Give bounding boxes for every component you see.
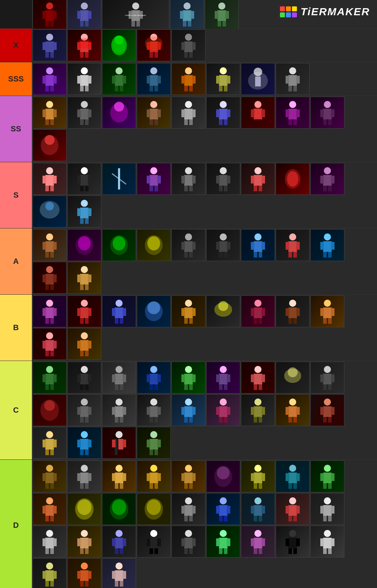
svg-rect-128 [192, 109, 196, 117]
tier-content-s [32, 162, 377, 228]
svg-point-99 [289, 67, 296, 74]
svg-rect-456 [85, 483, 89, 489]
tier-row-c: C [0, 361, 377, 459]
svg-rect-129 [184, 119, 188, 125]
svg-rect-577 [254, 548, 257, 554]
svg-rect-595 [45, 581, 49, 587]
svg-rect-370 [323, 384, 327, 390]
svg-rect-397 [189, 417, 193, 423]
svg-point-176 [185, 167, 192, 174]
svg-rect-485 [286, 473, 289, 481]
svg-rect-205 [80, 208, 89, 218]
tier-label-a: A [0, 228, 32, 294]
svg-rect-30 [223, 21, 226, 27]
svg-point-162 [81, 167, 88, 174]
svg-point-439 [150, 431, 157, 438]
svg-rect-378 [80, 417, 84, 423]
logo-cell [280, 6, 285, 11]
list-item [67, 229, 101, 261]
svg-point-222 [185, 233, 192, 241]
svg-rect-149 [323, 109, 332, 119]
svg-rect-109 [45, 119, 49, 125]
svg-rect-116 [85, 119, 89, 125]
list-item [67, 526, 101, 558]
list-item [241, 526, 275, 558]
list-item [33, 493, 67, 525]
svg-rect-388 [147, 407, 150, 415]
svg-rect-321 [85, 351, 89, 356]
svg-rect-52 [154, 52, 158, 58]
svg-rect-179 [192, 176, 196, 183]
svg-rect-104 [293, 86, 297, 91]
svg-rect-576 [261, 538, 265, 546]
svg-rect-152 [323, 119, 327, 125]
svg-rect-566 [189, 548, 193, 554]
svg-rect-29 [218, 21, 221, 27]
svg-point-276 [116, 300, 123, 307]
list-item [206, 163, 240, 195]
svg-rect-231 [227, 242, 230, 250]
svg-rect-65 [50, 86, 54, 91]
svg-rect-560 [154, 548, 158, 554]
svg-point-291 [218, 301, 228, 311]
svg-rect-427 [50, 450, 54, 455]
svg-point-203 [45, 202, 54, 210]
svg-rect-301 [296, 308, 300, 316]
svg-point-78 [150, 67, 157, 74]
svg-rect-369 [331, 374, 334, 382]
svg-rect-478 [254, 473, 262, 483]
svg-rect-253 [45, 274, 54, 284]
svg-rect-337 [123, 374, 126, 382]
svg-point-366 [324, 366, 331, 373]
svg-rect-166 [80, 186, 84, 191]
svg-rect-583 [288, 548, 292, 554]
svg-point-537 [46, 530, 53, 537]
svg-rect-59 [189, 52, 193, 58]
svg-rect-446 [45, 473, 54, 483]
svg-rect-88 [184, 86, 188, 91]
svg-rect-564 [192, 538, 196, 546]
svg-rect-491 [320, 473, 324, 481]
svg-rect-24 [188, 21, 191, 27]
svg-point-463 [150, 465, 157, 472]
svg-rect-409 [259, 417, 262, 423]
svg-rect-496 [45, 505, 54, 516]
svg-point-543 [81, 530, 88, 537]
tier-label-ss: SS [0, 96, 32, 162]
svg-rect-391 [154, 417, 158, 423]
svg-rect-273 [88, 308, 91, 316]
svg-point-346 [185, 366, 192, 373]
svg-point-340 [150, 366, 157, 373]
svg-rect-327 [50, 384, 54, 390]
svg-rect-94 [219, 86, 223, 91]
svg-rect-167 [85, 186, 89, 191]
list-item [276, 295, 310, 327]
svg-rect-164 [77, 176, 81, 183]
svg-rect-492 [331, 473, 334, 481]
list-item [170, 0, 204, 30]
svg-rect-324 [43, 374, 46, 382]
svg-point-283 [147, 301, 160, 314]
svg-point-60 [46, 67, 53, 74]
svg-rect-538 [45, 538, 54, 548]
svg-rect-158 [43, 176, 46, 183]
svg-rect-452 [80, 473, 89, 483]
svg-rect-582 [296, 538, 300, 546]
svg-rect-239 [259, 252, 262, 258]
svg-rect-208 [80, 218, 84, 224]
svg-point-210 [46, 233, 53, 241]
svg-rect-237 [261, 242, 265, 250]
svg-rect-465 [147, 473, 150, 481]
svg-rect-262 [80, 284, 84, 290]
svg-rect-267 [53, 308, 57, 316]
svg-rect-458 [115, 473, 123, 483]
svg-point-380 [116, 398, 123, 406]
svg-point-489 [324, 465, 331, 472]
svg-rect-405 [254, 406, 262, 417]
svg-rect-419 [331, 407, 334, 415]
svg-rect-269 [50, 318, 54, 324]
svg-rect-323 [45, 374, 54, 384]
svg-rect-271 [80, 307, 89, 318]
svg-rect-309 [328, 318, 332, 324]
svg-rect-414 [288, 417, 292, 423]
